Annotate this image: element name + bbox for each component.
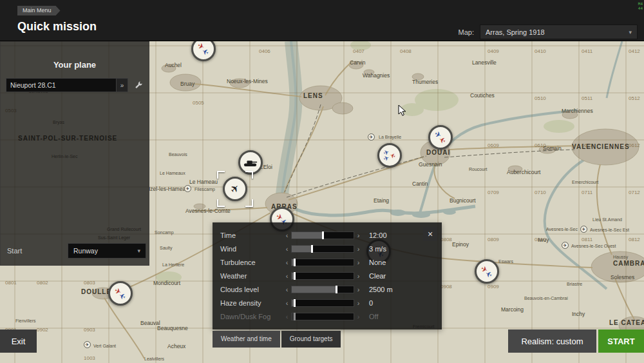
plane-modifications-button[interactable]: [132, 79, 145, 92]
plane-expand-button[interactable]: »: [116, 79, 128, 92]
setting-value: Off: [369, 313, 378, 320]
slider-decrease-button[interactable]: ‹: [283, 286, 291, 293]
slider-thumb[interactable]: [322, 231, 324, 239]
setting-label: Haze density: [220, 299, 283, 307]
tab-ground-targets[interactable]: Ground targets: [281, 331, 341, 348]
setting-label: Time: [220, 231, 283, 239]
setting-row-haze-density: Haze density‹›0: [220, 296, 434, 309]
slider-thumb[interactable]: [336, 286, 337, 293]
mission-icon[interactable]: ✈✈✈: [377, 143, 402, 168]
airfield-icon: ✈: [562, 242, 569, 249]
slider-decrease-button[interactable]: ‹: [283, 245, 291, 253]
slider-increase-button[interactable]: ›: [354, 286, 363, 293]
chevron-down-icon: ▾: [629, 29, 632, 35]
page-title: Quick mission: [17, 20, 97, 34]
setting-row-wind: Wind‹›3 m/s: [220, 242, 434, 255]
quick-mission-screen: { "header": { "breadcrumb": "Main Menu",…: [0, 0, 644, 363]
setting-row-weather: Weather‹›Clear: [220, 269, 434, 282]
slider-track[interactable]: [291, 231, 354, 239]
setting-label: Turbulence: [220, 259, 283, 266]
slider-decrease-button[interactable]: ‹: [283, 231, 291, 239]
airfield-icon: ✈: [184, 185, 191, 192]
setting-label: Clouds level: [220, 286, 283, 293]
slider-increase-button[interactable]: ›: [354, 245, 363, 253]
setting-row-clouds-level: Clouds level‹›2500 m: [220, 282, 434, 296]
start-select-value: Runway: [73, 247, 98, 255]
selection-bracket-corner: [245, 171, 253, 179]
airfield-icon: ✈: [368, 133, 375, 141]
settings-rows: Time‹›12:00Wind‹›3 m/sTurbulence‹›NoneWe…: [220, 228, 434, 323]
exit-button[interactable]: Exit: [0, 329, 37, 353]
tab-weather-and-time[interactable]: Weather and time: [213, 331, 280, 348]
map-select-label: Map:: [459, 28, 474, 36]
mission-icon[interactable]: ✈✈: [108, 281, 133, 306]
plane-select[interactable]: Nieuport 28.C1 »: [6, 78, 128, 92]
setting-value: 3 m/s: [369, 245, 386, 253]
slider-track[interactable]: [291, 272, 354, 280]
panel-title: Your plane: [1, 60, 149, 70]
slider-increase-button[interactable]: ›: [354, 272, 363, 280]
slider-track[interactable]: [291, 299, 354, 307]
weather-time-dialog: × Time‹›12:00Wind‹›3 m/sTurbulence‹›None…: [213, 222, 442, 329]
setting-label: Dawn/Dusk Fog: [220, 313, 283, 320]
main-menu-breadcrumb[interactable]: Main Menu: [17, 6, 61, 15]
slider-track[interactable]: [291, 259, 354, 266]
setting-value: 2500 m: [369, 286, 393, 293]
setting-value: None: [369, 259, 386, 266]
slider-thumb[interactable]: [311, 245, 313, 253]
setting-label: Weather: [220, 272, 283, 280]
slider-decrease-button[interactable]: ‹: [283, 272, 291, 280]
slider-fill: [292, 286, 336, 293]
slider-increase-button[interactable]: ›: [354, 299, 363, 307]
slider-thumb[interactable]: [294, 313, 296, 320]
mission-icon[interactable]: ✈✈: [475, 259, 499, 284]
map-select-value: Arras, Spring 1918: [486, 28, 545, 36]
airfield-icon: ✈: [84, 341, 91, 348]
slider-increase-button[interactable]: ›: [354, 231, 363, 239]
selection-bracket-corner: [245, 199, 253, 207]
slider-track[interactable]: [291, 313, 354, 320]
realism-button[interactable]: Realism: custom: [508, 329, 596, 353]
debug-counter: M4 44: [638, 1, 643, 10]
slider-increase-button[interactable]: ›: [354, 259, 363, 266]
selection-bracket-corner: [217, 171, 225, 179]
setting-row-dawn-dusk-fog: Dawn/Dusk Fog‹›Off: [220, 309, 434, 323]
setting-value: 0: [369, 299, 373, 307]
wrench-icon: [134, 81, 144, 90]
airfield-icon: ✈: [580, 226, 587, 233]
slider-decrease-button[interactable]: ‹: [283, 259, 291, 266]
close-icon: ×: [428, 229, 433, 239]
start-select[interactable]: Runway ▾: [68, 243, 146, 259]
your-plane-panel: Your plane Nieuport 28.C1 » Start Runway…: [0, 41, 149, 266]
setting-value: 12:00: [369, 231, 387, 239]
slider-decrease-button[interactable]: ‹: [283, 313, 291, 320]
slider-fill: [292, 246, 312, 252]
breadcrumb-label: Main Menu: [23, 7, 52, 14]
slider-thumb[interactable]: [294, 299, 296, 307]
slider-thumb[interactable]: [294, 272, 296, 280]
mission-icon[interactable]: ✈✈: [428, 125, 453, 150]
setting-row-time: Time‹›12:00: [220, 228, 434, 242]
start-label: Start: [7, 247, 22, 255]
chevron-down-icon: ▾: [137, 248, 140, 254]
header-bar: Main Menu Quick mission Map: Arras, Spri…: [0, 0, 644, 41]
slider-fill: [292, 232, 323, 239]
setting-row-turbulence: Turbulence‹›None: [220, 255, 434, 269]
dialog-close-button[interactable]: ×: [423, 227, 437, 241]
setting-value: Clear: [369, 272, 386, 280]
plane-select-value: Nieuport 28.C1: [6, 81, 116, 89]
slider-track[interactable]: [291, 245, 354, 253]
start-button[interactable]: START: [598, 329, 644, 353]
dialog-tabs: Weather and timeGround targets: [213, 331, 341, 348]
slider-decrease-button[interactable]: ‹: [283, 299, 291, 307]
slider-track[interactable]: [291, 286, 354, 293]
slider-increase-button[interactable]: ›: [354, 313, 363, 320]
map-select[interactable]: Arras, Spring 1918 ▾: [480, 25, 638, 39]
slider-thumb[interactable]: [294, 259, 296, 266]
selection-brackets: [217, 171, 253, 207]
setting-label: Wind: [220, 245, 283, 253]
selection-bracket-corner: [217, 199, 225, 207]
tank-icon: [243, 159, 258, 167]
